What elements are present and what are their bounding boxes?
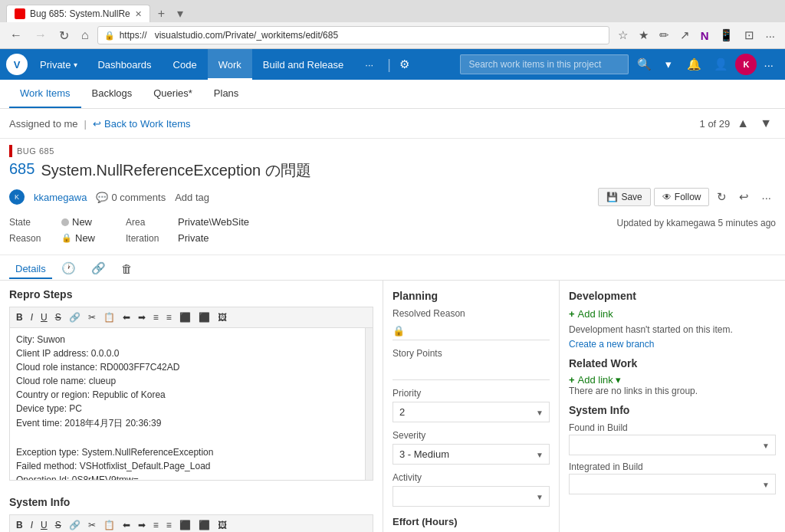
search-expand-button[interactable]: ▾ — [660, 54, 677, 75]
si-outdent-button[interactable]: ⬅ — [120, 518, 133, 532]
resolved-reason-value: 🔒 — [392, 322, 550, 340]
left-panel: Repro Steps B I U S 🔗 ✂ 📋 ⬅ ➡ ≡ ≡ ⬛ ⬛ 🖼 … — [0, 281, 383, 532]
si-link-button[interactable]: 🔗 — [66, 518, 84, 532]
nav-code[interactable]: Code — [163, 49, 208, 80]
integrated-in-build-select[interactable] — [569, 474, 776, 494]
search-button[interactable]: 🔍 — [632, 54, 657, 75]
repro-steps-editor[interactable]: City: Suwon Client IP address: 0.0.0.0 C… — [9, 327, 373, 481]
si-format-button[interactable]: ⬛ — [176, 518, 194, 532]
sub-nav-queries[interactable]: Queries‍* — [143, 80, 203, 108]
editor-scrollbar[interactable] — [365, 328, 373, 480]
browser-action-4[interactable]: 📱 — [715, 26, 737, 44]
sub-nav-backlogs[interactable]: Backlogs — [81, 80, 143, 108]
si-table-button[interactable]: ⬛ — [195, 518, 213, 532]
cut-button[interactable]: ✂ — [85, 310, 99, 324]
browser-action-2[interactable]: ↗ — [676, 26, 694, 44]
outdent-button[interactable]: ⬅ — [120, 310, 133, 324]
more-actions-button[interactable]: ··· — [757, 188, 776, 207]
settings-button[interactable]: ⚙ — [394, 54, 415, 75]
add-link-related-button[interactable]: + Add link ▾ — [569, 374, 621, 386]
new-tab-button[interactable]: + — [153, 5, 169, 22]
si-underline-button[interactable]: U — [38, 518, 51, 532]
address-input[interactable]: 🔒 https:// visualstudio.com/Private/_wor… — [97, 26, 609, 44]
notifications-button[interactable]: 🔔 — [682, 54, 707, 75]
found-in-build-select[interactable] — [569, 435, 776, 455]
ol-button[interactable]: ≡ — [163, 310, 175, 324]
italic-button[interactable]: I — [28, 310, 36, 324]
reason-value-container[interactable]: 🔒 New — [61, 232, 95, 244]
add-link-button[interactable]: + Add link — [569, 308, 613, 320]
tab-list-button[interactable]: ▾ — [172, 5, 188, 22]
save-button[interactable]: 💾 Save — [598, 188, 650, 206]
sub-nav-plans-label: Plans — [214, 87, 239, 99]
area-value[interactable]: Private\WebSite — [178, 216, 249, 228]
reload-button[interactable]: ↻ — [55, 27, 73, 44]
activity-select[interactable] — [392, 486, 550, 507]
priority-select[interactable]: 1 2 3 4 — [392, 402, 550, 422]
reading-list-button[interactable]: ☆ — [614, 26, 632, 44]
details-tabs: Details 🕐 🔗 🗑 — [0, 255, 785, 281]
nav-more[interactable]: ··· — [354, 49, 384, 80]
attachments-tab[interactable]: 🗑 — [115, 259, 139, 280]
header-more-button[interactable]: ··· — [758, 54, 779, 75]
severity-select[interactable]: 1 - Critical 2 - High 3 - Medium 4 - Low — [392, 444, 550, 465]
sub-nav-plans[interactable]: Plans — [203, 80, 250, 108]
avatar[interactable]: K — [735, 54, 757, 75]
work-item-title[interactable]: System.NullReferenceException の問題 — [41, 160, 310, 181]
story-points-input[interactable] — [392, 362, 550, 380]
tab-close-button[interactable]: ✕ — [135, 9, 142, 19]
comments-button[interactable]: 💬 0 comments — [96, 192, 166, 203]
app-logo[interactable]: V — [6, 54, 28, 75]
pager-up-button[interactable]: ▲ — [733, 115, 753, 132]
details-tab[interactable]: Details — [9, 260, 52, 279]
underline-button[interactable]: U — [38, 310, 51, 324]
forward-button[interactable]: → — [31, 27, 51, 44]
si-bold-button[interactable]: B — [13, 518, 26, 532]
si-indent-button[interactable]: ➡ — [135, 518, 149, 532]
links-tab[interactable]: 🔗 — [85, 258, 112, 280]
indent-button[interactable]: ➡ — [135, 310, 149, 324]
undo-button[interactable]: ↩ — [734, 187, 754, 207]
home-button[interactable]: ⌂ — [77, 27, 93, 44]
browser-action-5[interactable]: ⊡ — [741, 26, 758, 44]
bold-button[interactable]: B — [13, 310, 26, 324]
sub-nav-work-items[interactable]: Work Items — [9, 80, 81, 108]
add-tag-button[interactable]: Add tag — [175, 192, 209, 203]
refresh-button[interactable]: ↻ — [712, 187, 731, 207]
state-value-container[interactable]: New — [61, 216, 92, 228]
favorites-button[interactable]: ★ — [635, 26, 652, 44]
image-button[interactable]: 🖼 — [215, 310, 230, 324]
back-button[interactable]: ← — [6, 27, 26, 44]
si-image-button[interactable]: 🖼 — [215, 518, 230, 532]
ul-button[interactable]: ≡ — [150, 310, 162, 324]
nav-dashboards[interactable]: Dashboards — [87, 49, 162, 80]
si-ul-button[interactable]: ≡ — [150, 518, 162, 532]
format-button[interactable]: ⬛ — [176, 310, 194, 324]
pager-down-button[interactable]: ▼ — [756, 115, 776, 132]
follow-button[interactable]: 👁 Follow — [654, 188, 710, 206]
create-branch-link[interactable]: Create a new branch — [569, 339, 654, 350]
strikethrough-button[interactable]: S — [52, 310, 64, 324]
browser-action-1[interactable]: ✏ — [655, 26, 673, 44]
user-settings-button[interactable]: 👤 — [708, 54, 734, 75]
author-name[interactable]: kkamegawa — [34, 192, 87, 203]
work-item-actions: 💾 Save 👁 Follow ↻ ↩ ··· — [598, 187, 776, 207]
browser-action-3[interactable]: N — [697, 27, 713, 44]
nav-build-release[interactable]: Build and Release — [252, 49, 355, 80]
si-strike-button[interactable]: S — [52, 518, 64, 532]
si-copy-button[interactable]: 📋 — [100, 518, 118, 532]
si-cut-button[interactable]: ✂ — [85, 518, 99, 532]
iteration-value[interactable]: Private — [178, 232, 209, 244]
org-selector[interactable]: Private ▾ — [34, 56, 84, 74]
copy-button[interactable]: 📋 — [100, 310, 118, 324]
si-italic-button[interactable]: I — [28, 518, 36, 532]
link-button[interactable]: 🔗 — [66, 310, 84, 324]
back-to-work-items-link[interactable]: ↩ Back to Work Items — [93, 118, 190, 130]
si-ol-button[interactable]: ≡ — [163, 518, 175, 532]
history-tab[interactable]: 🕐 — [55, 258, 82, 280]
table-button[interactable]: ⬛ — [195, 310, 213, 324]
nav-work[interactable]: Work — [208, 49, 252, 80]
browser-more-button[interactable]: ··· — [761, 27, 779, 44]
search-input[interactable] — [460, 54, 629, 74]
browser-tab[interactable]: Bug 685: System.NullRe ✕ — [6, 5, 150, 22]
